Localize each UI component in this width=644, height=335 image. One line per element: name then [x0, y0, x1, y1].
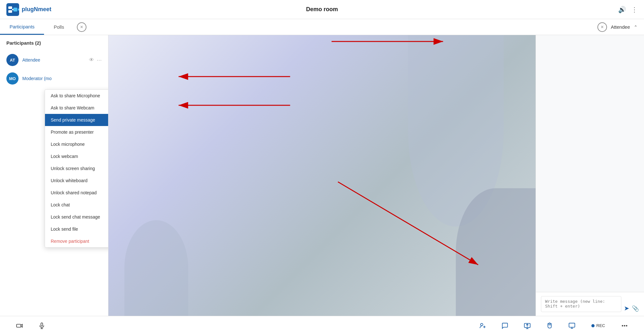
- rec-dot: [591, 324, 595, 327]
- header-right: 🔊 ⋮: [618, 6, 638, 13]
- sidebar: Participants (2) AT Attendee 👁 ⋯ MO Mode…: [0, 35, 108, 316]
- participant-row-moderator[interactable]: MO Moderator (mo: [0, 69, 108, 88]
- menu-item-lock-send-file[interactable]: Lock send file: [45, 223, 108, 235]
- bg-shape-2: [456, 188, 536, 316]
- participants-header: Participants (2): [0, 35, 108, 51]
- context-menu: Ask to share Microphone Ask to share Web…: [45, 89, 108, 248]
- logo-container: plugNmeet: [6, 3, 51, 16]
- svg-rect-13: [41, 323, 43, 326]
- raise-hand-button[interactable]: [543, 319, 556, 332]
- attach-button[interactable]: 📎: [632, 305, 639, 312]
- menu-item-promote-presenter[interactable]: Promote as presenter: [45, 126, 108, 138]
- participant-actions-attendee: 👁 ⋯: [89, 57, 102, 63]
- svg-rect-2: [8, 10, 12, 13]
- menu-item-unlock-shared-notepad[interactable]: Unlock shared notepad: [45, 187, 108, 199]
- menu-item-lock-microphone[interactable]: Lock microphone: [45, 138, 108, 150]
- menu-item-lock-send-chat-message[interactable]: Lock send chat message: [45, 211, 108, 223]
- attendee-arrow-icon[interactable]: ⌃: [634, 25, 638, 30]
- participant-row-attendee[interactable]: AT Attendee 👁 ⋯: [0, 51, 108, 69]
- chat-area: [536, 35, 644, 292]
- svg-rect-3: [13, 8, 17, 11]
- svg-rect-23: [569, 323, 574, 327]
- screen-share-button[interactable]: [521, 319, 534, 332]
- header: plugNmeet Demo room 🔊 ⋮: [0, 0, 644, 19]
- participant-name-attendee: Attendee: [22, 57, 89, 63]
- svg-marker-12: [21, 324, 23, 327]
- tab-polls[interactable]: Polls: [44, 19, 74, 35]
- menu-item-unlock-whiteboard[interactable]: Unlock whiteboard: [45, 175, 108, 187]
- right-panel: ➤ 📎: [536, 35, 644, 316]
- record-button[interactable]: REC: [588, 321, 609, 330]
- menu-item-remove-participant[interactable]: Remove participant: [45, 235, 108, 247]
- svg-rect-4: [12, 9, 13, 10]
- bottom-toolbar: REC: [0, 316, 644, 335]
- microphone-button[interactable]: [35, 319, 48, 332]
- camera-button[interactable]: [13, 319, 26, 332]
- attendee-label: Attendee: [611, 24, 630, 30]
- visibility-icon[interactable]: 👁: [89, 57, 94, 63]
- rec-label: REC: [596, 323, 605, 328]
- tab-participants[interactable]: Participants: [0, 19, 44, 35]
- participant-name-moderator: Moderator (mo: [22, 76, 102, 81]
- tab-bar-left: Participants Polls ×: [0, 19, 90, 35]
- room-title: Demo room: [306, 6, 338, 13]
- svg-rect-1: [8, 6, 12, 9]
- svg-point-27: [624, 325, 625, 326]
- menu-item-unlock-screen-sharing[interactable]: Unlock screen sharing: [45, 162, 108, 175]
- volume-icon[interactable]: 🔊: [618, 6, 626, 13]
- header-more-icon[interactable]: ⋮: [631, 6, 638, 13]
- send-button[interactable]: ➤: [624, 304, 629, 312]
- add-participant-button[interactable]: [476, 319, 489, 332]
- svg-point-16: [480, 323, 483, 325]
- tab-close-button[interactable]: ×: [77, 22, 86, 32]
- menu-item-lock-webcam[interactable]: Lock webcam: [45, 150, 108, 162]
- tab-bar: Participants Polls × × Attendee ⌃: [0, 19, 644, 35]
- menu-item-ask-share-webcam[interactable]: Ask to share Webcam: [45, 102, 108, 114]
- logo-icon: [6, 3, 19, 16]
- logo-text: plugNmeet: [22, 6, 51, 13]
- whiteboard-button[interactable]: [565, 319, 579, 332]
- bg-shape-3: [124, 220, 188, 316]
- avatar-at: AT: [6, 54, 19, 66]
- svg-point-26: [622, 325, 623, 326]
- menu-item-send-private-message[interactable]: Send private message: [45, 114, 108, 126]
- more-button[interactable]: [618, 319, 631, 332]
- chat-input-area: ➤ 📎: [536, 292, 644, 316]
- avatar-mo: MO: [6, 72, 19, 85]
- attendee-close-button[interactable]: ×: [597, 22, 607, 32]
- svg-point-28: [626, 325, 627, 326]
- tab-bar-right: × Attendee ⌃: [597, 22, 644, 32]
- chat-button[interactable]: [498, 319, 512, 332]
- menu-item-lock-chat[interactable]: Lock chat: [45, 199, 108, 211]
- more-options-icon[interactable]: ⋯: [97, 57, 102, 63]
- chat-input[interactable]: [541, 296, 621, 312]
- svg-rect-11: [17, 324, 21, 327]
- main-content: [108, 35, 536, 316]
- menu-item-ask-share-mic[interactable]: Ask to share Microphone: [45, 90, 108, 102]
